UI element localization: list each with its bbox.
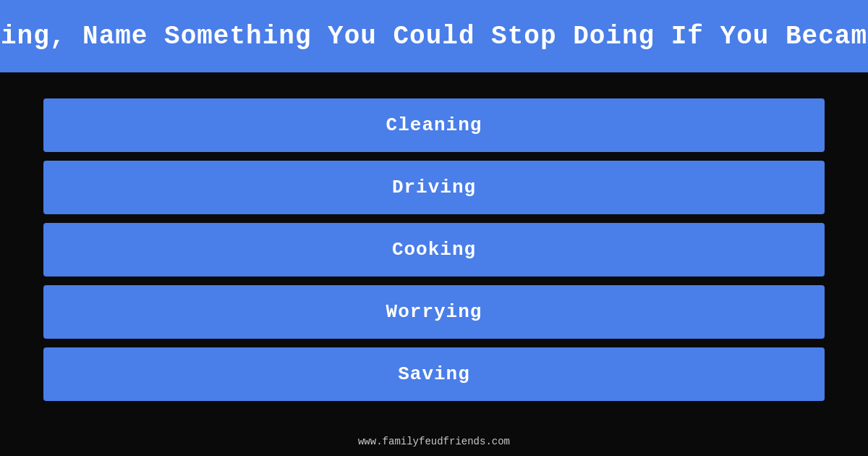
answer-button-4[interactable]: Saving — [43, 347, 825, 401]
answer-button-1[interactable]: Driving — [43, 161, 825, 214]
answer-button-3[interactable]: Worrying — [43, 285, 825, 339]
answer-button-0[interactable]: Cleaning — [43, 98, 825, 152]
header-banner: r Than Working, Name Something You Could… — [0, 0, 868, 72]
website-url: www.familyfeudfriends.com — [358, 436, 510, 447]
footer: www.familyfeudfriends.com — [0, 427, 868, 456]
answers-container: CleaningDrivingCookingWorryingSaving — [0, 72, 868, 427]
answer-button-2[interactable]: Cooking — [43, 223, 825, 276]
question-text: r Than Working, Name Something You Could… — [0, 22, 868, 51]
